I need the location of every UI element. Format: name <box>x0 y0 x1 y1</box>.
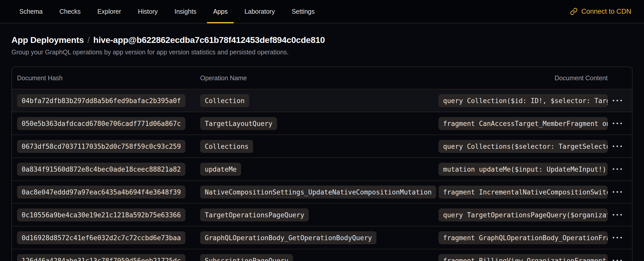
row-menu-button[interactable] <box>608 232 627 244</box>
column-header-document-content: Document Content <box>438 74 608 82</box>
table-row[interactable]: 0c10556a9be4ca30e19e21c1218a592b75e63366… <box>12 203 632 226</box>
tab-laboratory[interactable]: Laboratory <box>238 0 282 23</box>
row-menu-button[interactable] <box>608 140 627 152</box>
table-row[interactable]: 0ac8e047eddd97a97eac6435a4b694f4e3648f39… <box>12 180 632 203</box>
tab-apps[interactable]: Apps <box>207 0 234 23</box>
breadcrumb-separator: / <box>84 35 93 45</box>
document-hash-pill: 0ac8e047eddd97a97eac6435a4b694f4e3648f39 <box>17 186 185 199</box>
document-content-pill: mutation updateMe($input: UpdateMeInput!… <box>438 163 608 176</box>
operation-name-pill: updateMe <box>200 163 241 176</box>
connect-to-cdn-label: Connect to CDN <box>581 8 631 15</box>
row-menu-button[interactable] <box>608 94 627 107</box>
document-content-pill: fragment GraphQLOperationBody_OperationF… <box>438 231 608 244</box>
row-menu-button[interactable] <box>608 117 627 129</box>
breadcrumb-section: App Deployments <box>11 35 84 45</box>
column-header-operation-name: Operation Name <box>200 74 438 82</box>
ellipsis-icon <box>613 191 622 193</box>
document-content-pill: query Collection($id: ID!, $selector: Ta… <box>438 94 608 107</box>
document-content-pill: fragment CanAccessTarget_MemberFragment … <box>438 117 608 130</box>
table-header-row: Document Hash Operation Name Document Co… <box>12 67 632 89</box>
ellipsis-icon <box>613 168 622 170</box>
page-subtitle: Group your GraphQL operations by app ver… <box>11 48 633 56</box>
operation-name-pill: NativeCompositionSettings_UpdateNativeCo… <box>200 186 436 199</box>
row-menu-button[interactable] <box>608 163 627 175</box>
document-hash-pill: 04bfa72dfb83b297dd8a5b6fed9bafac2b395a0f <box>17 94 185 107</box>
column-header-document-hash: Document Hash <box>17 74 200 82</box>
row-menu-button[interactable] <box>608 254 627 261</box>
table-row[interactable]: 04bfa72dfb83b297dd8a5b6fed9bafac2b395a0f… <box>12 89 632 112</box>
tab-insights[interactable]: Insights <box>168 0 203 23</box>
tab-settings[interactable]: Settings <box>285 0 321 23</box>
ellipsis-icon <box>613 100 622 101</box>
document-content-pill: query TargetOperationsPageQuery($organiz… <box>438 208 608 221</box>
page-header: App Deployments/hive-app@b622862ecdba7c6… <box>0 23 644 56</box>
operation-name-pill: Collections <box>200 140 253 153</box>
ellipsis-icon <box>613 123 622 124</box>
document-hash-pill: 0c10556a9be4ca30e19e21c1218a592b75e63366 <box>17 208 185 221</box>
connect-to-cdn-button[interactable]: Connect to CDN <box>570 0 631 23</box>
table-row[interactable]: 0673df58cd7037117035b2d0c758f59c0c93c259… <box>12 135 632 157</box>
primary-nav: SchemaChecksExplorerHistoryInsightsAppsL… <box>13 0 321 23</box>
table-row[interactable]: 0d16928d8572c41ef6e032d2c7c72ccbd6e73baa… <box>12 226 632 249</box>
ellipsis-icon <box>613 237 622 238</box>
document-content-pill: fragment BillingView_OrganizationFragmen… <box>438 254 608 261</box>
row-menu-button[interactable] <box>608 209 627 221</box>
breadcrumb: App Deployments/hive-app@b622862ecdba7c6… <box>11 35 633 45</box>
table-row[interactable]: 126d46a4284abe31c13c78f7959d56eeb21725dc… <box>12 249 632 261</box>
operation-name-pill: SubscriptionPageQuery <box>200 254 293 261</box>
ellipsis-icon <box>613 260 622 261</box>
tab-history[interactable]: History <box>131 0 164 23</box>
tab-schema[interactable]: Schema <box>13 0 49 23</box>
document-hash-pill: 0d16928d8572c41ef6e032d2c7c72ccbd6e73baa <box>17 231 185 244</box>
table-row[interactable]: 050e5b363dafdcacd6780e706cadf771d06a867c… <box>12 112 632 135</box>
document-hash-pill: 126d46a4284abe31c13c78f7959d56eeb21725dc <box>17 254 185 261</box>
document-hash-pill: 0a834f91560d872e8c4bec0ade18ceec88821a82 <box>17 163 185 176</box>
row-menu-button[interactable] <box>608 186 627 198</box>
document-hash-pill: 0673df58cd7037117035b2d0c758f59c0c93c259 <box>17 140 185 153</box>
app-deployments-table: Document Hash Operation Name Document Co… <box>11 67 633 261</box>
top-navigation: SchemaChecksExplorerHistoryInsightsAppsL… <box>0 0 644 23</box>
tab-checks[interactable]: Checks <box>53 0 87 23</box>
operation-name-pill: TargetLayoutQuery <box>200 117 277 130</box>
deployments-table-body: 04bfa72dfb83b297dd8a5b6fed9bafac2b395a0f… <box>12 89 632 261</box>
document-hash-pill: 050e5b363dafdcacd6780e706cadf771d06a867c <box>17 117 185 130</box>
document-content-pill: query Collections($selector: TargetSelec… <box>438 140 608 153</box>
operation-name-pill: TargetOperationsPageQuery <box>200 208 309 221</box>
operation-name-pill: GraphQLOperationBody_GetOperationBodyQue… <box>200 231 376 244</box>
ellipsis-icon <box>613 214 622 216</box>
ellipsis-icon <box>613 145 622 147</box>
operation-name-pill: Collection <box>200 94 249 107</box>
tab-explorer[interactable]: Explorer <box>91 0 128 23</box>
breadcrumb-app-id: hive-app@b622862ecdba7c61b78f412453def89… <box>93 35 325 45</box>
link-icon <box>570 8 578 15</box>
document-content-pill: fragment IncrementalNativeCompositionSwi… <box>438 186 608 199</box>
table-row[interactable]: 0a834f91560d872e8c4bec0ade18ceec88821a82… <box>12 157 632 180</box>
